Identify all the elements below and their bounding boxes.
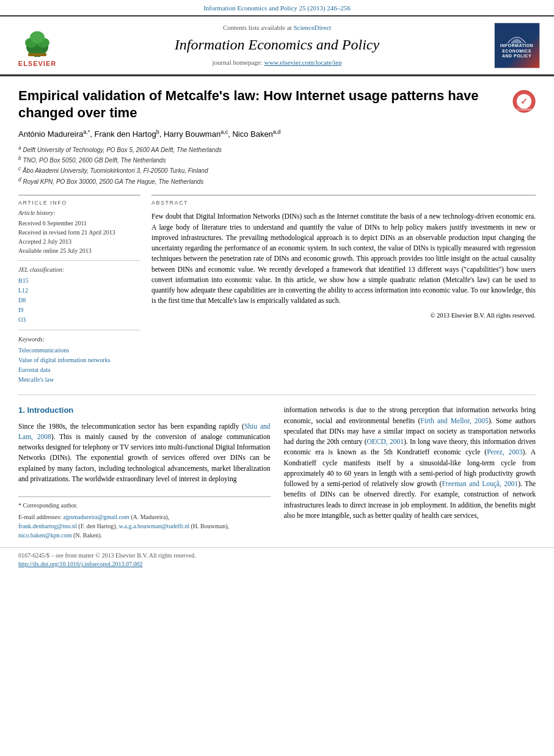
footnote-corresponding: * Corresponding author. <box>18 501 271 510</box>
keyword-value-dins: Value of digital information networks <box>18 355 140 365</box>
abstract-column: Abstract Few doubt that Digital Informat… <box>151 195 536 385</box>
journal-title: Information Economics and Policy <box>71 35 483 56</box>
abstract-copyright: © 2013 Elsevier B.V. All rights reserved… <box>151 311 536 321</box>
footnotes: * Corresponding author. E-mail addresses… <box>18 496 271 540</box>
info-divider-1 <box>18 260 140 261</box>
keywords-list: Telecommunications Value of digital info… <box>18 346 140 385</box>
author-4: Nico Baken <box>232 129 272 139</box>
jel-d8: D8 <box>18 296 140 305</box>
cite-shiu-lam: Shiu and Lam, 2008 <box>18 423 270 440</box>
introduction-section: 1. Introduction Since the 1980s, the tel… <box>18 405 536 540</box>
intro-right-text: information networks is due to the stron… <box>284 405 536 521</box>
journal-header: ELSEVIER Contents lists available at Sci… <box>0 15 554 74</box>
intro-right-column: information networks is due to the stron… <box>284 405 536 540</box>
intro-left-column: 1. Introduction Since the 1980s, the tel… <box>18 405 271 540</box>
article-title: Empirical validation of Metcalfe's law: … <box>18 87 505 122</box>
jel-b15: B15 <box>18 276 140 286</box>
history-label: Article history: <box>18 209 140 217</box>
affiliations: a Delft University of Technology, PO Box… <box>18 144 536 186</box>
abstract-text: Few doubt that Digital Information Netwo… <box>151 211 536 306</box>
crossmark-icon: ✓ CrossMark <box>512 90 536 113</box>
badge-text: INFORMATIONECONOMICSAND POLICY <box>500 43 533 59</box>
affiliation-c: c Åbo Akademi University, Tuomiokirkonto… <box>18 167 208 174</box>
keywords-label: Keywords: <box>18 335 140 344</box>
badge-graphic <box>508 31 526 43</box>
section-divider <box>18 394 536 395</box>
email-baken: nico.baken@kpn.com <box>18 532 72 539</box>
footnote-emails: E-mail addresses: ajpsmadureira@gmail.co… <box>18 512 271 540</box>
crossmark-container: ✓ CrossMark <box>505 87 536 113</box>
date-online: Available online 25 July 2013 <box>18 247 140 255</box>
journal-badge: INFORMATIONECONOMICSAND POLICY <box>494 23 540 68</box>
sciencedirect-link[interactable]: ScienceDirect <box>293 24 331 31</box>
author-3: Harry Bouwman <box>164 129 221 139</box>
author-1: António Madureira <box>18 129 83 139</box>
svg-rect-5 <box>28 53 46 56</box>
keyword-telecom: Telecommunications <box>18 346 140 355</box>
cite-firth-mellor: Firth and Mellor, 2005 <box>420 417 488 424</box>
date-received: Received 6 September 2011 <box>18 219 140 228</box>
jel-codes: B15 L12 D8 I9 O3 <box>18 276 140 325</box>
intro-heading: 1. Introduction <box>18 405 271 416</box>
journal-badge-container: INFORMATIONECONOMICSAND POLICY <box>489 23 544 68</box>
keyword-eurostat: Eurostat data <box>18 365 140 375</box>
svg-text:CrossMark: CrossMark <box>517 107 532 111</box>
jel-o3: O3 <box>18 315 140 325</box>
cite-perez: Perez, 2003 <box>487 448 522 456</box>
info-abstract-columns: Article info Article history: Received 6… <box>18 195 536 385</box>
cite-oecd: OECD, 2001 <box>367 438 404 445</box>
homepage-link[interactable]: www.elsevier.com/locate/iep <box>264 59 341 66</box>
svg-point-4 <box>30 31 45 43</box>
article-title-block: Empirical validation of Metcalfe's law: … <box>18 87 536 122</box>
email-bouwman: w.a.g.a.bouwman@tudelft.nl <box>119 523 189 529</box>
contents-line: Contents lists available at ScienceDirec… <box>71 23 483 32</box>
footer-copyright: 0167-6245/$ – see front matter © 2013 El… <box>18 552 196 559</box>
elsevier-tree-icon <box>16 21 59 58</box>
page-footer: 0167-6245/$ – see front matter © 2013 El… <box>0 547 554 569</box>
header-divider <box>0 75 554 76</box>
jel-i9: I9 <box>18 305 140 315</box>
authors-line: António Madureiraa,*, Frank den Hartogb,… <box>18 128 536 140</box>
date-revised: Received in revised form 21 April 2013 <box>18 228 140 237</box>
info-divider-2 <box>18 330 140 330</box>
article-info-column: Article info Article history: Received 6… <box>18 195 140 385</box>
email-madureira: ajpsmadureira@gmail.com <box>63 514 129 520</box>
svg-text:✓: ✓ <box>520 96 528 106</box>
intro-left-text: Since the 1980s, the telecommunication s… <box>18 421 271 485</box>
email-label: E-mail addresses: <box>18 514 62 520</box>
keyword-metcalfe: Metcalfe's law <box>18 375 140 385</box>
jel-l12: L12 <box>18 286 140 296</box>
date-accepted: Accepted 2 July 2013 <box>18 238 140 246</box>
footer-doi[interactable]: http://dx.doi.org/10.1016/j.infoecopol.2… <box>18 561 142 567</box>
jel-label: JEL classification: <box>18 266 140 274</box>
elsevier-logo: ELSEVIER <box>10 21 65 68</box>
cite-freeman: Freeman and Louçã, 2001 <box>442 480 518 487</box>
affiliation-d: d Royal KPN, PO Box 30000, 2500 GA The H… <box>18 178 203 185</box>
article-info-heading: Article info <box>18 199 140 207</box>
article-content: Empirical validation of Metcalfe's law: … <box>0 87 554 540</box>
abstract-heading: Abstract <box>151 199 536 207</box>
journal-header-center: Contents lists available at ScienceDirec… <box>65 23 489 67</box>
elsevier-brand-text: ELSEVIER <box>18 59 56 68</box>
affiliation-a: a Delft University of Technology, PO Box… <box>18 147 222 153</box>
journal-reference: Information Economics and Policy 25 (201… <box>0 0 554 15</box>
email-hartog: frank.denhartog@tno.nl <box>18 523 77 529</box>
affiliation-b: b TNO, PO Box 5050, 2600 GB Delft, The N… <box>18 157 166 164</box>
page: Information Economics and Policy 25 (201… <box>0 0 554 756</box>
journal-homepage: journal homepage: www.elsevier.com/locat… <box>71 58 483 67</box>
author-2: Frank den Hartog <box>95 129 156 139</box>
